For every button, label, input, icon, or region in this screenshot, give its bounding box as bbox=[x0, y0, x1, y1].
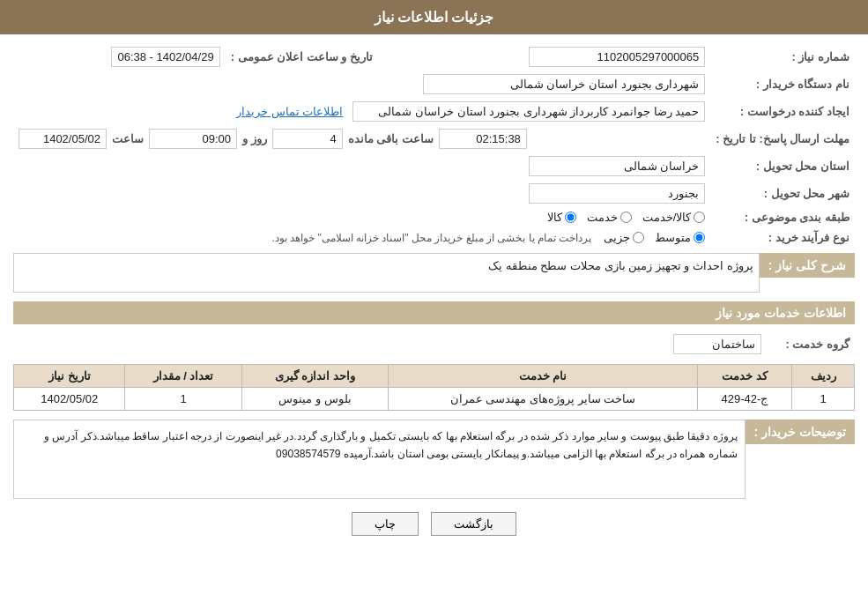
cell-vahed: بلوس و مینوس bbox=[241, 388, 389, 411]
shahr-value: بجنورد bbox=[378, 180, 710, 207]
goroh-table: گروه خدمت : ساختمان bbox=[13, 331, 855, 357]
noe-description: پرداخت تمام یا بخشی از مبلغ خریداز محل "… bbox=[271, 232, 591, 244]
goroh-label: گروه خدمت : bbox=[767, 331, 855, 357]
mohlat-date-input: 1402/05/02 bbox=[19, 129, 107, 149]
button-bar: بازگشت چاپ bbox=[13, 512, 855, 536]
goroh-value: ساختمان bbox=[13, 331, 767, 357]
noe-jozi-radio[interactable] bbox=[633, 232, 644, 243]
mohlat-mande-label: ساعت باقی مانده bbox=[348, 132, 434, 145]
tabaqe-kala-khidmat-label: کالا/خدمت bbox=[642, 211, 692, 224]
tabaqe-kala-radio[interactable] bbox=[565, 212, 576, 223]
tabaqe-label: طبقه بندی موضوعی : bbox=[710, 207, 855, 227]
ijad-label: ایجاد کننده درخواست : bbox=[710, 98, 855, 125]
mohlat-rooz-input: 4 bbox=[272, 129, 343, 149]
sharh-value: پروژه احداث و تجهیز زمین بازی محلات سطح … bbox=[13, 253, 760, 293]
sharh-section: شرح کلی نیاز : پروژه احداث و تجهیز زمین … bbox=[13, 253, 855, 293]
tozi-label: توضیحات خریدار : bbox=[746, 420, 855, 444]
col-name: نام خدمت bbox=[389, 365, 697, 388]
col-vahed: واحد اندازه گیری bbox=[241, 365, 389, 388]
shahr-input: بجنورد bbox=[529, 183, 705, 204]
tabaqe-kala-khidmat-radio[interactable] bbox=[694, 212, 705, 223]
mohlat-label: مهلت ارسال پاسخ: تا تاریخ : bbox=[710, 125, 855, 152]
cell-tarikh: 1402/05/02 bbox=[14, 388, 125, 411]
mohlat-rooz-label: روز و bbox=[242, 132, 267, 145]
noe-jozi-label: جزیی bbox=[604, 231, 630, 244]
khadamat-title: اطلاعات خدمات مورد نیاز bbox=[13, 301, 855, 324]
tabaqe-khidmat: خدمت bbox=[587, 211, 632, 224]
tarikh-value: 1402/04/29 - 06:38 bbox=[13, 43, 226, 71]
tozi-section: توضیحات خریدار : پروژه دقیقا طبق پیوست و… bbox=[13, 420, 855, 499]
info-table: شماره نیاز : 1102005297000065 تاریخ و سا… bbox=[13, 43, 855, 248]
table-row: 1ج-42-429ساخت سایر پروژه‌های مهندسی عمرا… bbox=[14, 388, 855, 411]
noe-label: نوع فرآیند خرید : bbox=[710, 227, 855, 248]
ostan-input: خراسان شمالی bbox=[529, 156, 705, 176]
namdastgah-input: شهرداری بجنورد استان خراسان شمالی bbox=[423, 74, 705, 94]
page-header: جزئیات اطلاعات نیاز bbox=[0, 0, 868, 34]
shahr-label: شهر محل تحویل : bbox=[710, 180, 855, 207]
cell-name: ساخت سایر پروژه‌های مهندسی عمران bbox=[389, 388, 697, 411]
services-table: ردیف کد خدمت نام خدمت واحد اندازه گیری ت… bbox=[13, 364, 855, 411]
mohlat-value-cell: 02:15:38 ساعت باقی مانده 4 روز و 09:00 س… bbox=[13, 125, 710, 152]
col-radif: ردیف bbox=[792, 365, 855, 388]
shomara-value: 1102005297000065 bbox=[378, 43, 710, 71]
tabaqe-value: کالا/خدمت خدمت کالا bbox=[13, 207, 710, 227]
mohlat-saat-label: ساعت bbox=[112, 132, 144, 145]
goroh-input: ساختمان bbox=[673, 334, 761, 354]
page-title: جزئیات اطلاعات نیاز bbox=[375, 10, 494, 25]
back-button[interactable]: بازگشت bbox=[431, 512, 516, 536]
tabaqe-khidmat-radio[interactable] bbox=[620, 212, 632, 223]
sharh-title: شرح کلی نیاز : bbox=[760, 253, 855, 278]
ostan-label: استان محل تحویل : bbox=[710, 152, 855, 180]
noe-motavasset-label: متوسط bbox=[655, 231, 691, 244]
cell-radif: 1 bbox=[792, 388, 855, 411]
ostan-value: خراسان شمالی bbox=[378, 152, 710, 180]
tabaqe-kala-label: کالا bbox=[547, 211, 562, 224]
mohlat-mande-input: 02:15:38 bbox=[439, 129, 527, 149]
namdastgah-label: نام دستگاه خریدار : bbox=[710, 71, 855, 98]
tozi-text: پروژه دقیقا طبق پیوست و سایر موارد ذکر ش… bbox=[13, 420, 746, 499]
tarikh-input: 1402/04/29 - 06:38 bbox=[111, 47, 219, 67]
cell-code: ج-42-429 bbox=[697, 388, 792, 411]
mohlat-saat-input: 09:00 bbox=[149, 129, 237, 149]
noe-value: پرداخت تمام یا بخشی از مبلغ خریداز محل "… bbox=[13, 227, 710, 248]
table-header-row: ردیف کد خدمت نام خدمت واحد اندازه گیری ت… bbox=[14, 365, 855, 388]
col-code: کد خدمت bbox=[697, 365, 792, 388]
tarikh-label: تاریخ و ساعت اعلان عمومی : bbox=[226, 43, 378, 71]
noe-motavasset-radio[interactable] bbox=[694, 232, 705, 243]
col-tedad: تعداد / مقدار bbox=[125, 365, 241, 388]
tabaqe-kala: کالا bbox=[547, 211, 576, 224]
tabaqe-kala-khidmat: کالا/خدمت bbox=[642, 211, 706, 224]
ijad-link[interactable]: اطلاعات تماس خریدار bbox=[236, 105, 343, 118]
shomara-label: شماره نیاز : bbox=[710, 43, 855, 71]
ijad-value-cell: حمید رضا جوانمرد کاربرداز شهرداری بجنورد… bbox=[13, 98, 710, 125]
col-tarikh: تاریخ نیاز bbox=[14, 365, 125, 388]
tabaqe-khidmat-label: خدمت bbox=[587, 211, 618, 224]
namdastgah-value: شهرداری بجنورد استان خراسان شمالی bbox=[13, 71, 710, 98]
print-button[interactable]: چاپ bbox=[352, 512, 419, 536]
noe-jozi: جزیی bbox=[604, 231, 644, 244]
ijad-input: حمید رضا جوانمرد کاربرداز شهرداری بجنورد… bbox=[352, 101, 705, 122]
noe-motavasset: متوسط bbox=[655, 231, 705, 244]
cell-tedad: 1 bbox=[125, 388, 241, 411]
shomara-input: 1102005297000065 bbox=[529, 47, 705, 67]
